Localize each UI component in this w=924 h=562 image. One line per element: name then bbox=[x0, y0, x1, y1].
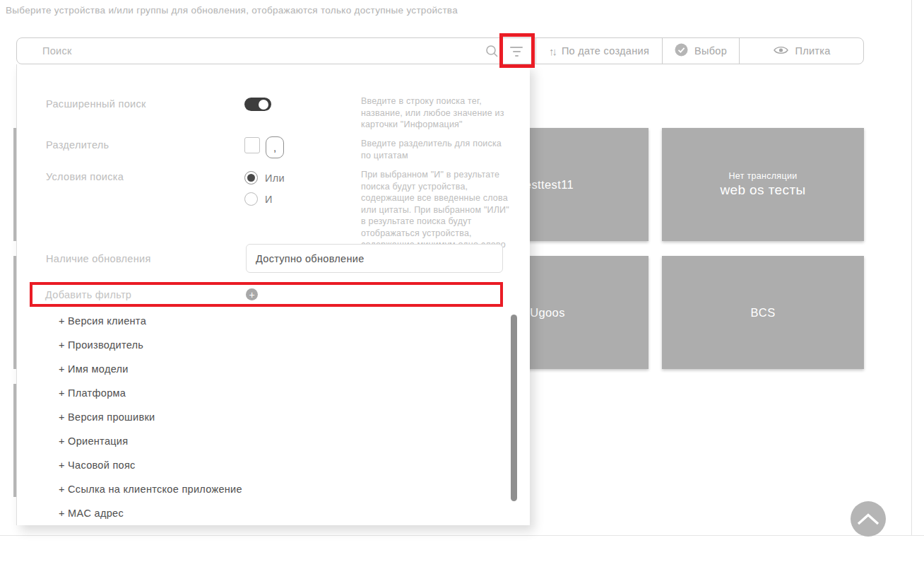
sort-by-date-label: По дате создания bbox=[562, 45, 649, 57]
page-title: Выберите устройства и/или группы для обн… bbox=[6, 5, 458, 16]
update-availability-label: Наличие обновления bbox=[46, 253, 151, 264]
condition-or-radio[interactable]: Или bbox=[244, 171, 285, 185]
radio-selected-icon bbox=[244, 171, 258, 185]
sort-arrows-icon: ↑↓ bbox=[549, 45, 555, 57]
device-tile[interactable]: Нет трансляции web os тесты bbox=[662, 128, 864, 241]
add-filter-label: Добавить фильтр bbox=[45, 289, 131, 300]
filter-option[interactable]: + Платформа bbox=[29, 381, 520, 405]
search-icon bbox=[485, 45, 499, 61]
advanced-search-label: Расширенный поиск bbox=[46, 98, 146, 110]
plus-circle-icon: + bbox=[246, 288, 258, 300]
page-bottom-border bbox=[0, 535, 924, 536]
condition-and-radio[interactable]: И bbox=[244, 192, 273, 206]
tile-view-label: Плитка bbox=[795, 45, 830, 57]
separator-value-field[interactable]: , bbox=[266, 136, 284, 158]
search-conditions-label: Условия поиска bbox=[46, 171, 124, 182]
scroll-to-top-button[interactable] bbox=[851, 501, 886, 537]
filter-option[interactable]: + Версия клиента bbox=[29, 309, 520, 333]
filter-panel: Расширенный поиск Введите в строку поиск… bbox=[16, 64, 530, 525]
filter-button[interactable] bbox=[500, 40, 533, 62]
device-tile-label: BCS bbox=[750, 306, 775, 320]
device-tile-status: Нет трансляции bbox=[729, 171, 798, 181]
advanced-search-description: Введите в строку поиска тег, название, и… bbox=[361, 95, 512, 131]
device-tile-label: web os тесты bbox=[720, 182, 805, 198]
separator-label: Разделитель bbox=[46, 139, 109, 151]
device-update-screen: Выберите устройства и/или группы для обн… bbox=[0, 0, 924, 562]
add-filter-row[interactable]: Добавить фильтр + bbox=[30, 282, 504, 307]
select-mode-button[interactable]: Выбор bbox=[662, 38, 739, 64]
page-right-border bbox=[911, 0, 912, 535]
radio-unselected-icon bbox=[244, 192, 258, 206]
filter-option[interactable]: + Часовой пояс bbox=[29, 453, 520, 477]
filter-options-list: + Версия клиента + Производитель + Имя м… bbox=[29, 309, 520, 525]
tile-view-button[interactable]: Плитка bbox=[739, 38, 865, 64]
select-mode-label: Выбор bbox=[694, 45, 727, 57]
list-scrollbar-thumb[interactable] bbox=[511, 315, 517, 501]
advanced-search-toggle[interactable] bbox=[244, 98, 271, 111]
device-tile[interactable]: BCS bbox=[662, 256, 864, 369]
toolbar: ↑↓ По дате создания Выбор Плитка bbox=[16, 37, 864, 64]
filter-option[interactable]: + Производитель bbox=[29, 333, 520, 357]
separator-description: Введите разделитель для поиска по цитата… bbox=[361, 138, 512, 161]
condition-or-label: Или bbox=[265, 172, 285, 184]
filter-option[interactable]: + Имя модели bbox=[29, 357, 520, 381]
sort-by-date-button[interactable]: ↑↓ По дате создания bbox=[535, 38, 662, 64]
search-input[interactable] bbox=[17, 45, 535, 57]
eye-icon bbox=[774, 45, 788, 57]
search-area bbox=[17, 38, 535, 64]
filter-option[interactable]: + Ориентация bbox=[29, 429, 520, 453]
check-circle-icon bbox=[675, 43, 688, 59]
update-availability-select[interactable]: Доступно обновление bbox=[246, 244, 503, 273]
device-tile-label: Ugoos bbox=[530, 306, 565, 320]
filter-option[interactable]: + MAC адрес bbox=[29, 501, 520, 525]
filter-option[interactable]: + Ссылка на клиентское приложение bbox=[29, 477, 520, 501]
condition-and-label: И bbox=[265, 194, 273, 205]
chevron-up-icon bbox=[856, 513, 880, 525]
separator-checkbox[interactable] bbox=[244, 137, 260, 153]
filter-option[interactable]: + Версия прошивки bbox=[29, 405, 520, 429]
filter-icon bbox=[510, 47, 523, 48]
